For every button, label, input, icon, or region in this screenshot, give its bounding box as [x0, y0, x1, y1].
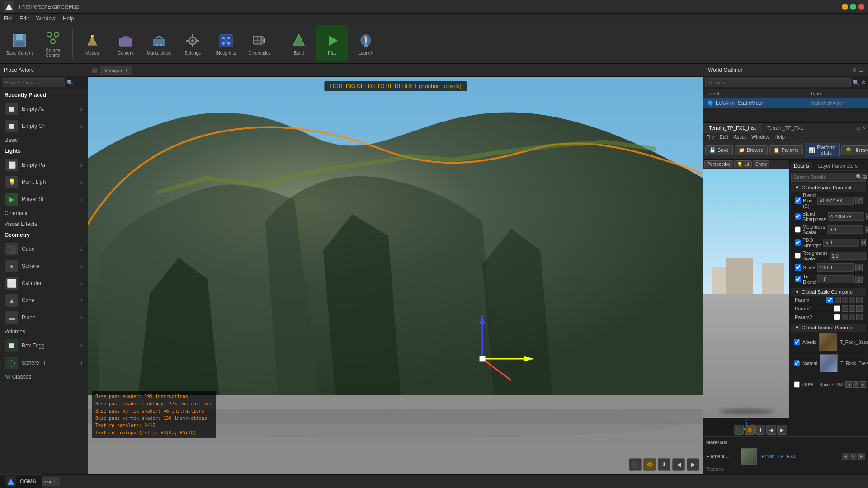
- static2-btn-a[interactable]: [856, 314, 863, 320]
- static-btn-p[interactable]: [835, 297, 841, 303]
- actor-plane[interactable]: ▬ Plane ℹ: [2, 309, 86, 326]
- category-visual-effects[interactable]: Visual Effects: [0, 219, 88, 230]
- actor-player-start[interactable]: ▶ Player St ℹ: [2, 191, 86, 208]
- param-tri-blend-check[interactable]: [795, 276, 801, 282]
- source-control-button[interactable]: Source Control: [37, 25, 69, 61]
- actor-box-trigger[interactable]: ⬜ Box Trigg ℹ: [2, 337, 86, 354]
- main-viewport[interactable]: 🎥 Perspective 💡 Lit Show 📷 ⚙ 🔲 📐 🔧 UE 10: [88, 77, 703, 474]
- menu-window[interactable]: Window: [36, 15, 56, 22]
- viewport-bottom-btn-2[interactable]: 🔆: [643, 458, 656, 471]
- settings-button[interactable]: Settings: [177, 25, 208, 61]
- details-tab[interactable]: Details: [791, 162, 812, 169]
- mat-vp-btn-1[interactable]: ⬛: [734, 425, 744, 435]
- tex-orm-btn-3[interactable]: ▶: [860, 381, 866, 388]
- category-lights[interactable]: Lights: [0, 145, 88, 156]
- static1-btn-b[interactable]: [849, 305, 855, 312]
- details-grid-icon[interactable]: ⊞: [863, 174, 867, 180]
- param-scale-value[interactable]: [817, 263, 854, 272]
- minimize-button[interactable]: [842, 4, 848, 10]
- mat-panel-maximize[interactable]: □: [857, 125, 860, 131]
- mat-menu-help[interactable]: Help: [774, 134, 785, 140]
- static-param-0-check[interactable]: [826, 297, 833, 303]
- param-blend-sharp-check[interactable]: [795, 213, 801, 220]
- param-metalness-value[interactable]: [827, 225, 863, 234]
- mat-panel-close[interactable]: ✕: [862, 125, 866, 131]
- param-pdo-value[interactable]: [823, 239, 859, 247]
- actor-cube[interactable]: ⬛ Cube ℹ: [2, 240, 86, 258]
- mat-vp-btn-2[interactable]: 🔆: [745, 425, 755, 435]
- category-geometry[interactable]: Geometry: [0, 230, 88, 240]
- mat-vp-btn-5[interactable]: ▶: [777, 425, 787, 435]
- maximize-button[interactable]: [850, 4, 856, 10]
- play-button[interactable]: Play: [316, 25, 348, 61]
- outliner-selected-item[interactable]: 🔷 LeftArm_StaticMesh StaticMeshActor: [703, 98, 868, 108]
- viewport-bottom-btn-1[interactable]: ⬛: [629, 458, 642, 471]
- mat-vp-btn-3[interactable]: ⬇: [755, 425, 765, 435]
- tex-albedo-check[interactable]: [794, 339, 800, 345]
- actor-empty-ch[interactable]: ⬜ Empty Ch ℹ: [2, 117, 86, 135]
- mat-params-button[interactable]: 📋Params: [769, 145, 803, 155]
- mat-show-btn[interactable]: Show: [753, 160, 769, 168]
- category-cinematic[interactable]: Cinematic: [0, 208, 88, 219]
- param-tri-blend-value[interactable]: [817, 275, 854, 283]
- static-param-1-check[interactable]: [834, 305, 840, 312]
- param-reset-btn-3[interactable]: ↺: [861, 239, 866, 246]
- static-param-2-check[interactable]: [834, 314, 840, 320]
- search-classes-input[interactable]: [2, 78, 65, 87]
- viewport-bottom-btn-3[interactable]: ⬇: [658, 458, 670, 471]
- menu-file[interactable]: File: [4, 15, 12, 22]
- category-volumes[interactable]: Volumes: [0, 326, 88, 337]
- mat-panel-minimize[interactable]: ─: [851, 125, 855, 131]
- build-button[interactable]: Build: [283, 25, 315, 61]
- tex-normal-check[interactable]: [794, 360, 800, 366]
- cinematics-button[interactable]: Cinematics: [244, 25, 275, 61]
- material-tab-inst[interactable]: Terrain_TP_FX1_Inst: [703, 123, 762, 133]
- mat-menu-window[interactable]: Window: [751, 134, 769, 140]
- param-scale-check[interactable]: [795, 264, 801, 271]
- mat-lit-btn[interactable]: 💡Lit: [734, 160, 752, 168]
- outliner-icon-1[interactable]: ⊕: [852, 67, 857, 73]
- global-scalar-header[interactable]: ▼ Global Scalar Paramet: [791, 183, 866, 192]
- static1-btn-p[interactable]: [842, 305, 848, 312]
- category-all-classes[interactable]: All Classes: [0, 371, 88, 382]
- actor-empty-actor[interactable]: ⬜ Empty Ac ℹ: [2, 100, 86, 117]
- param-roughness-value[interactable]: [830, 252, 866, 260]
- viewport-bottom-btn-4[interactable]: ◀: [672, 458, 685, 471]
- mat-platform-stats-button[interactable]: 📊Platform Stats: [805, 143, 840, 157]
- mat-menu-asset[interactable]: Asset: [734, 134, 746, 140]
- param-metalness-check[interactable]: [795, 226, 801, 233]
- outliner-search-input[interactable]: [705, 78, 851, 87]
- mat-hierarchy-button[interactable]: 🌳Hierarchy: [841, 145, 868, 155]
- menu-edit[interactable]: Edit: [19, 15, 29, 22]
- tex-orm-check[interactable]: [794, 381, 800, 388]
- actor-cone[interactable]: ▲ Cone ℹ: [2, 292, 86, 309]
- static2-btn-b[interactable]: [849, 314, 855, 320]
- outliner-icon-2[interactable]: ☰: [859, 67, 863, 73]
- param-roughness-check[interactable]: [795, 253, 801, 259]
- static-btn-a[interactable]: [856, 297, 863, 303]
- mat-menu-file[interactable]: File: [706, 134, 714, 140]
- param-blend-sharp-value[interactable]: [828, 212, 864, 221]
- param-pdo-check[interactable]: [795, 239, 801, 246]
- mat-browse-button[interactable]: 📁Browse: [735, 145, 768, 155]
- mat-elem-btn-3[interactable]: ▶: [858, 453, 865, 460]
- save-current-button[interactable]: Save Current: [4, 25, 35, 61]
- actor-sphere[interactable]: ● Sphere ℹ: [2, 258, 86, 275]
- mat-perspective-btn[interactable]: Perspective: [704, 160, 733, 168]
- close-button[interactable]: [858, 4, 864, 10]
- static2-btn-p[interactable]: [842, 314, 848, 320]
- param-reset-btn-0[interactable]: ↺: [855, 197, 863, 204]
- material-name[interactable]: Terrain_TP_FX1: [760, 454, 839, 459]
- menu-help[interactable]: Help: [63, 15, 74, 22]
- param-reset-btn-2[interactable]: ↺: [865, 226, 868, 233]
- actor-point-light[interactable]: 💡 Point Ligh ℹ: [2, 174, 86, 191]
- actor-sphere-trigger[interactable]: ◯ Sphere Ti ℹ: [2, 354, 86, 371]
- tex-orm-btn-2[interactable]: ↺: [853, 381, 859, 388]
- mat-menu-edit[interactable]: Edit: [720, 134, 728, 140]
- actor-cylinder[interactable]: ⬜ Cylinder ℹ: [2, 275, 86, 292]
- global-static-header[interactable]: ▼ Global Static Compone: [791, 288, 866, 296]
- details-search-input[interactable]: [793, 174, 856, 180]
- marketplace-button[interactable]: Marketplace: [143, 25, 175, 61]
- launch-button[interactable]: Launch: [350, 25, 382, 61]
- content-button[interactable]: Content: [110, 25, 142, 61]
